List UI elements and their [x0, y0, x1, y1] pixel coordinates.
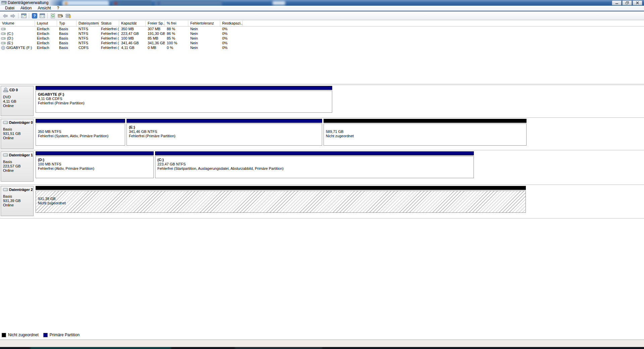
help-icon[interactable]: ?	[31, 12, 38, 19]
volume-name: (D:)	[7, 36, 13, 40]
menu-datei[interactable]: Datei	[2, 5, 17, 11]
disk-status: Online	[3, 203, 33, 207]
favicon-dot	[65, 2, 67, 5]
cell-pfrei: 88 %	[165, 27, 188, 31]
refresh-icon[interactable]	[49, 12, 57, 19]
col-prozent-frei[interactable]: % frei	[165, 20, 188, 26]
partition-d[interactable]: (D:) 100 MB NTFS Fehlerfrei (Aktiv, Prim…	[36, 151, 154, 178]
col-freier-speicher[interactable]: Freier Sp...	[146, 20, 165, 26]
col-layout[interactable]: Layout	[35, 20, 57, 26]
show-action-pane-icon[interactable]	[38, 12, 46, 19]
unallocated-region-selected[interactable]: 931,39 GB Nicht zugeordnet	[36, 186, 526, 213]
cell-typ: Basis	[57, 32, 77, 36]
partition-title	[38, 125, 125, 130]
legend-item-unallocated: Nicht zugeordnet	[2, 333, 39, 337]
menu-hilfe[interactable]: ?	[54, 5, 62, 11]
disk-label-2[interactable]: Datenträger 2 Basis 931,39 GB Online	[1, 186, 34, 216]
col-restkapazitaet[interactable]: Restkapazi...	[220, 20, 243, 26]
cell-layout: Einfach	[35, 41, 57, 45]
partition-title	[326, 125, 526, 130]
col-kapazitaet[interactable]: Kapazität	[119, 20, 146, 26]
volume-row[interactable]: (C:) Einfach Basis NTFS Fehlerfrei (... …	[0, 31, 644, 36]
col-dateisystem[interactable]: Dateisystem	[77, 20, 99, 26]
blurred-browser-tab	[273, 1, 285, 5]
cell-restkapazitaet: 0%	[220, 27, 243, 31]
volume-row[interactable]: (E:) Einfach Basis NTFS Fehlerfrei (... …	[0, 41, 644, 45]
partition-status: Fehlerfrei (Aktiv, Primäre Partition)	[38, 166, 153, 171]
title-bar[interactable]: Datenträgerverwaltung	[0, 0, 644, 6]
disk-separator	[0, 218, 644, 218]
cell-pfrei: 0 %	[165, 46, 188, 50]
favicon-dot	[157, 2, 160, 5]
col-status[interactable]: Status	[99, 20, 119, 26]
partition-system[interactable]: 350 MB NTFS Fehlerfrei (System, Aktiv, P…	[36, 119, 125, 146]
col-typ[interactable]: Typ	[57, 20, 77, 26]
cell-status: Fehlerfrei (...	[99, 27, 119, 31]
disk-name: Datenträger 2	[9, 188, 33, 192]
cell-fehlertoleranz: Nein	[188, 36, 220, 40]
legend: Nicht zugeordnet Primäre Partition	[2, 333, 80, 337]
cell-status: Fehlerfrei (...	[99, 41, 119, 45]
background-blob	[235, 347, 322, 349]
disk-label-1[interactable]: Datenträger 1 Basis 223,57 GB Online	[1, 151, 34, 182]
partition-c[interactable]: (C:) 223,47 GB NTFS Fehlerfrei (Startpar…	[155, 151, 474, 178]
cell-restkapazitaet: 0%	[220, 36, 243, 40]
cell-dateisystem: CDFS	[77, 46, 99, 50]
cell-pfrei: 86 %	[165, 32, 188, 36]
volume-row[interactable]: Einfach Basis NTFS Fehlerfrei (... 350 M…	[0, 27, 644, 31]
legend-label: Nicht zugeordnet	[8, 333, 39, 337]
partition-status: Fehlerfrei (System, Aktiv, Primäre Parti…	[38, 134, 125, 138]
cell-freier: 341,36 GB	[146, 41, 165, 45]
cd-drive-icon	[3, 88, 9, 92]
disk-drive-icon	[3, 120, 8, 124]
blurred-browser-tab	[62, 0, 109, 6]
volume-list-pane: Volume Layout Typ Dateisystem Status Kap…	[0, 20, 644, 84]
unallocated-region[interactable]: 589,71 GB Nicht zugeordnet	[324, 119, 527, 146]
drive-icon	[1, 37, 6, 40]
partition-size: 4,11 GB CDFS	[38, 97, 332, 101]
blurred-browser-tab	[112, 0, 152, 6]
partition-e[interactable]: (E:) 341,46 GB NTFS Fehlerfrei (Primäre …	[127, 119, 322, 146]
partition-f[interactable]: GIGABYTE (F:) 4,11 GB CDFS Fehlerfrei (P…	[36, 86, 332, 113]
cell-typ: Basis	[57, 36, 77, 40]
partition-title	[38, 192, 526, 197]
forward-icon[interactable]	[9, 12, 17, 19]
cell-kapazitaet: 100 MB	[119, 36, 146, 40]
minimize-button[interactable]	[612, 0, 622, 5]
partition-title: GIGABYTE (F:)	[38, 92, 332, 97]
disk-management-icon[interactable]	[64, 12, 72, 19]
drive-icon	[1, 41, 6, 45]
volume-row[interactable]: (D:) Einfach Basis NTFS Fehlerfrei (... …	[0, 36, 644, 41]
cell-pfrei: 100 %	[165, 41, 188, 45]
close-button[interactable]	[633, 0, 642, 5]
restore-button[interactable]	[622, 0, 632, 5]
legend-swatch-primary	[43, 333, 48, 337]
partition-title: (E:)	[129, 125, 322, 130]
cell-freier: 191,30 GB	[146, 32, 165, 36]
partition-status: Fehlerfrei (Primäre Partition)	[38, 101, 332, 105]
favicon-dot	[114, 2, 117, 5]
menu-aktion[interactable]: Aktion	[17, 5, 35, 11]
cell-typ: Basis	[57, 41, 77, 45]
cell-status: Fehlerfrei (...	[99, 32, 119, 36]
volume-row[interactable]: GIGABYTE (F:) Einfach Basis CDFS Fehlerf…	[0, 45, 644, 50]
partition-color-bar	[155, 151, 474, 155]
partition-size: 589,71 GB	[326, 130, 526, 134]
disk-separator	[0, 150, 644, 150]
background-blob	[30, 347, 171, 349]
toolbar-separator	[18, 13, 18, 18]
disk-label-0[interactable]: Datenträger 0 Basis 931,51 GB Online	[1, 119, 34, 149]
disk-name: Datenträger 1	[9, 153, 33, 157]
show-console-tree-icon[interactable]	[20, 12, 28, 19]
disk-size: 4,11 GB	[3, 99, 33, 104]
menu-ansicht[interactable]: Ansicht	[35, 5, 54, 11]
cell-kapazitaet: 223,47 GB	[119, 32, 146, 36]
partition-title: (C:)	[157, 158, 474, 162]
cell-layout: Einfach	[35, 27, 57, 31]
properties-icon[interactable]	[57, 12, 64, 19]
col-volume[interactable]: Volume	[0, 20, 35, 26]
col-fehlertoleranz[interactable]: Fehlertoleranz	[188, 20, 220, 26]
back-icon[interactable]	[1, 12, 9, 19]
disk-label-cd0[interactable]: CD 0 DVD 4,11 GB Online	[1, 86, 34, 116]
cell-dateisystem: NTFS	[77, 27, 99, 31]
